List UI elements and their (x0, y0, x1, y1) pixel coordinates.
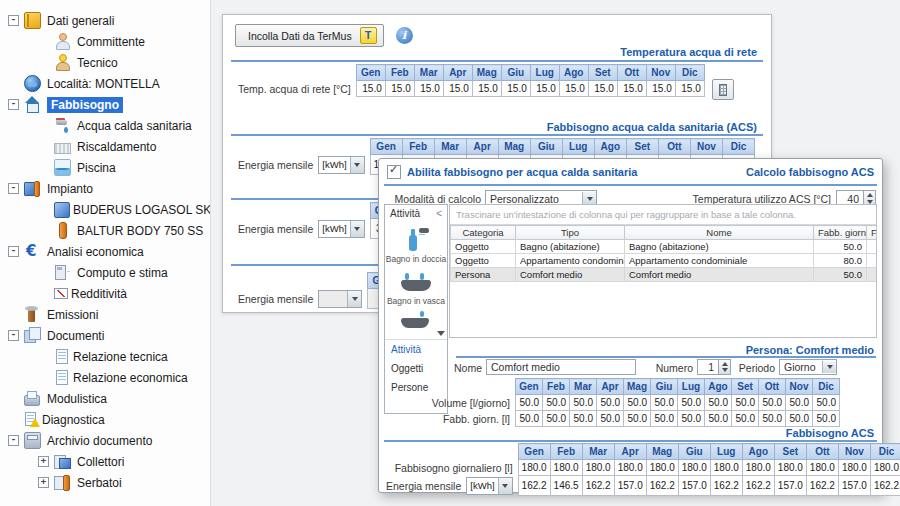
unit-dropdown[interactable] (318, 290, 362, 308)
collapse-box-icon[interactable]: - (8, 330, 19, 341)
month-value[interactable]: 157.0 (614, 476, 646, 496)
month-value[interactable]: 157.0 (838, 476, 870, 496)
tree-item-localit-montella[interactable]: Località: MONTELLA (0, 73, 210, 94)
activity-bathtub[interactable]: Bagno in vasca (385, 268, 447, 306)
month-value[interactable]: 162.2 (742, 476, 774, 496)
paste-termus-button[interactable]: Incolla Dati da TerMus T (235, 24, 384, 47)
chevron-down-icon[interactable] (347, 291, 361, 307)
nome-input[interactable]: Comfort medio (486, 359, 636, 375)
grid-column-header[interactable]: Categoria (451, 226, 516, 240)
activities-nav-attivit[interactable]: Attività (385, 340, 447, 359)
info-icon[interactable]: i (396, 27, 413, 44)
chevron-down-icon[interactable] (350, 157, 364, 173)
tree-item-diagnostica[interactable]: Diagnostica (0, 409, 210, 430)
month-value[interactable]: 50.0 (624, 411, 651, 427)
month-value[interactable]: 180.0 (646, 460, 678, 476)
month-value[interactable]: 180.0 (678, 460, 710, 476)
spinner-buttons[interactable] (719, 359, 731, 375)
month-value[interactable]: 50.0 (813, 411, 840, 427)
month-value[interactable]: 180.0 (870, 460, 900, 476)
month-value[interactable]: 15.0 (588, 81, 617, 97)
month-value[interactable]: 50.0 (705, 395, 732, 411)
tree-item-fabbisogno[interactable]: -Fabbisogno (0, 94, 210, 115)
tree-item-collettori[interactable]: +Collettori (0, 451, 210, 472)
month-value[interactable]: 162.2 (518, 476, 550, 496)
grid-row-appartamento-condominiale[interactable]: OggettoAppartamento condominialeAppartam… (451, 254, 878, 268)
tree-item-archivio-documento[interactable]: -Archivio documento (0, 430, 210, 451)
month-value[interactable]: 15.0 (356, 81, 385, 97)
month-value[interactable]: 180.0 (806, 460, 838, 476)
grid-row-comfort-medio[interactable]: PersonaComfort medioComfort medio50.018 … (451, 268, 878, 282)
checkbox-checked-icon[interactable] (387, 165, 401, 179)
activities-nav-oggetti[interactable]: Oggetti (385, 359, 447, 378)
tree-item-impianto[interactable]: -Impianto (0, 178, 210, 199)
month-value[interactable]: 50.0 (624, 395, 651, 411)
month-value[interactable]: 180.0 (582, 460, 614, 476)
month-value[interactable]: 50.0 (678, 411, 705, 427)
tree-item-emissioni[interactable]: Emissioni (0, 304, 210, 325)
tree-item-piscina[interactable]: Piscina (0, 157, 210, 178)
month-value[interactable]: 50.0 (570, 395, 597, 411)
tree-item-committente[interactable]: Committente (0, 31, 210, 52)
expand-box-icon[interactable]: + (38, 456, 49, 467)
month-value[interactable]: 50.0 (597, 411, 624, 427)
month-value[interactable]: 162.2 (710, 476, 742, 496)
tree-item-serbatoi[interactable]: +Serbatoi (0, 472, 210, 493)
enable-acs-checkbox[interactable]: Abilita fabbisogno per acqua calda sanit… (387, 165, 637, 179)
month-value[interactable]: 50.0 (705, 411, 732, 427)
month-value[interactable]: 15.0 (559, 81, 588, 97)
unit-dropdown[interactable]: [kWh] (466, 477, 512, 495)
periodo-select[interactable]: Giorno (779, 359, 837, 375)
collapse-box-icon[interactable]: - (8, 15, 19, 26)
month-value[interactable]: 162.2 (870, 476, 900, 496)
month-value[interactable]: 15.0 (530, 81, 559, 97)
collapse-panel-icon[interactable]: < (436, 208, 442, 219)
month-value[interactable]: 15.0 (501, 81, 530, 97)
month-value[interactable]: 50.0 (543, 411, 570, 427)
tree-item-tecnico[interactable]: Tecnico (0, 52, 210, 73)
month-value[interactable]: 162.2 (646, 476, 678, 496)
month-value[interactable]: 180.0 (518, 460, 550, 476)
month-value[interactable]: 157.0 (774, 476, 806, 496)
tree-item-analisi-economica[interactable]: -Analisi economica (0, 241, 210, 262)
chevron-down-icon[interactable] (350, 221, 364, 237)
tree-item-acqua-calda-sanitaria[interactable]: Acqua calda sanitaria (0, 115, 210, 136)
month-value[interactable]: 180.0 (742, 460, 774, 476)
month-value[interactable]: 180.0 (774, 460, 806, 476)
tree-item-redditivit[interactable]: Redditività (0, 283, 210, 304)
tree-item-baltur-body-750-ss[interactable]: BALTUR BODY 750 SS (0, 220, 210, 241)
numero-input[interactable]: 1 (697, 359, 719, 375)
tree-item-dati-generali[interactable]: -Dati generali (0, 10, 210, 31)
month-value[interactable]: 180.0 (838, 460, 870, 476)
month-value[interactable]: 50.0 (732, 411, 759, 427)
month-value[interactable]: 50.0 (516, 395, 543, 411)
month-value[interactable]: 180.0 (614, 460, 646, 476)
month-value[interactable]: 50.0 (678, 395, 705, 411)
tree-item-documenti[interactable]: -Documenti (0, 325, 210, 346)
month-value[interactable]: 146.5 (550, 476, 582, 496)
month-value[interactable]: 15.0 (385, 81, 414, 97)
tree-item-modulistica[interactable]: Modulistica (0, 388, 210, 409)
more-activities-icon[interactable] (437, 331, 445, 336)
chevron-down-icon[interactable] (498, 478, 512, 494)
calendar-button[interactable] (712, 79, 734, 100)
month-value[interactable]: 50.0 (786, 411, 813, 427)
activity-shower[interactable]: Bagno in doccia (385, 226, 447, 264)
month-value[interactable]: 50.0 (651, 395, 678, 411)
expand-box-icon[interactable]: + (38, 477, 49, 488)
month-value[interactable]: 50.0 (759, 395, 786, 411)
month-value[interactable]: 180.0 (710, 460, 742, 476)
month-value[interactable]: 180.0 (550, 460, 582, 476)
month-value[interactable]: 50.0 (516, 411, 543, 427)
collapse-box-icon[interactable]: - (8, 99, 19, 110)
collapse-box-icon[interactable]: - (8, 246, 19, 257)
grid-row-bagno-abitazione[interactable]: OggettoBagno (abitazione)Bagno (abitazio… (451, 240, 878, 254)
month-value[interactable]: 15.0 (675, 81, 704, 97)
month-value[interactable]: 15.0 (414, 81, 443, 97)
tree-item-buderus-logasol-ske[interactable]: BUDERUS LOGASOL SKE (0, 199, 210, 220)
grid-column-header[interactable]: Fabb. giorn. (814, 226, 867, 240)
month-value[interactable]: 15.0 (443, 81, 472, 97)
month-value[interactable]: 15.0 (617, 81, 646, 97)
unit-dropdown[interactable]: [kWh] (318, 220, 364, 238)
month-value[interactable]: 50.0 (570, 411, 597, 427)
